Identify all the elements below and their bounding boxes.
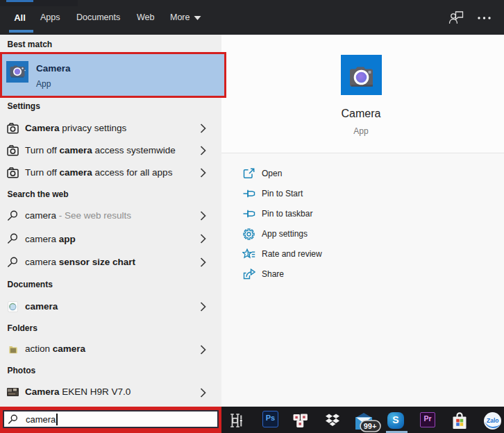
svg-text:Zalo: Zalo bbox=[487, 417, 498, 424]
svg-text:99+: 99+ bbox=[364, 422, 377, 430]
